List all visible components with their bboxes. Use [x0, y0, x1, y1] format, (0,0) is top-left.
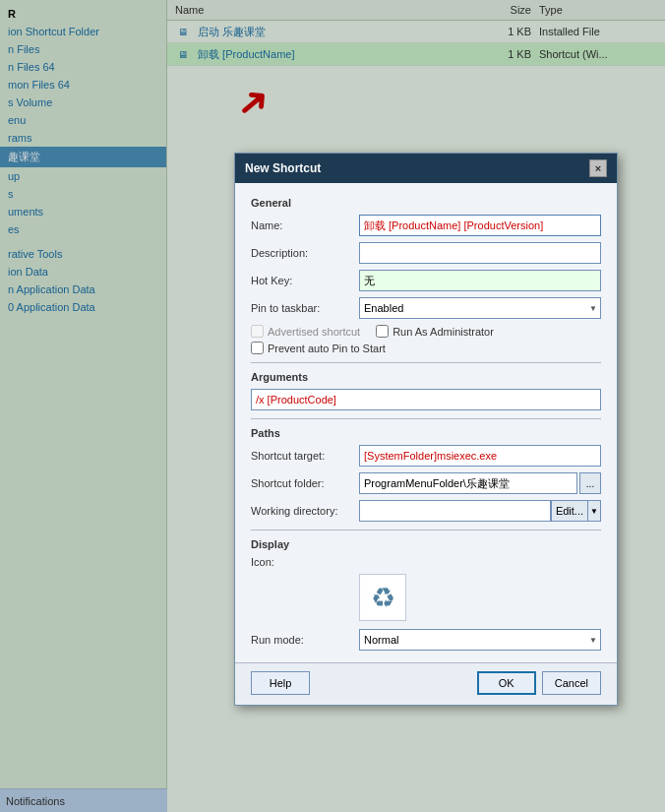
- target-input[interactable]: [359, 445, 601, 467]
- checkbox-row-1: Advertised shortcut Run As Administrator: [251, 325, 601, 338]
- dialog-title: New Shortcut: [245, 161, 321, 175]
- folder-browse-button[interactable]: ...: [579, 472, 601, 494]
- display-section-label: Display: [251, 538, 601, 550]
- icon-preview[interactable]: ♻: [359, 574, 406, 621]
- recycle-bin-icon: ♻: [371, 582, 395, 614]
- folder-label: Shortcut folder:: [251, 477, 359, 489]
- prevent-pin-checkbox-label: Prevent auto Pin to Start: [251, 342, 386, 354]
- ok-button[interactable]: OK: [477, 671, 536, 695]
- help-button[interactable]: Help: [251, 671, 310, 695]
- arguments-section-label: Arguments: [251, 371, 601, 383]
- advertised-shortcut-checkbox[interactable]: [251, 325, 264, 338]
- divider-2: [251, 418, 601, 419]
- name-label: Name:: [251, 219, 359, 231]
- general-section-label: General: [251, 197, 601, 209]
- name-row: Name:: [251, 215, 601, 236]
- ok-cancel-group: OK Cancel: [477, 671, 601, 695]
- divider-1: [251, 362, 601, 363]
- run-admin-checkbox[interactable]: [376, 325, 389, 338]
- run-mode-select[interactable]: Normal Minimized Maximized: [359, 629, 601, 651]
- run-admin-checkbox-label: Run As Administrator: [376, 325, 494, 338]
- dialog-titlebar: New Shortcut ×: [235, 154, 617, 183]
- run-mode-label: Run mode:: [251, 634, 359, 646]
- dialog-body: General Name: Description: Hot Key: Pin …: [235, 183, 617, 662]
- advertised-shortcut-checkbox-label: Advertised shortcut: [251, 325, 360, 338]
- run-mode-row: Run mode: Normal Minimized Maximized: [251, 629, 601, 651]
- name-input[interactable]: [359, 215, 601, 236]
- hotkey-row: Hot Key:: [251, 270, 601, 291]
- paths-section-label: Paths: [251, 427, 601, 439]
- icon-label: Icon:: [251, 556, 359, 568]
- folder-input[interactable]: [359, 472, 577, 494]
- description-row: Description:: [251, 242, 601, 264]
- dialog-footer: Help OK Cancel: [235, 662, 617, 705]
- target-label: Shortcut target:: [251, 450, 359, 462]
- run-mode-select-wrapper: Normal Minimized Maximized: [359, 629, 601, 651]
- new-shortcut-dialog: New Shortcut × General Name: Description…: [234, 153, 618, 706]
- pin-taskbar-select[interactable]: Enabled Disabled: [359, 297, 601, 319]
- hotkey-label: Hot Key:: [251, 275, 359, 286]
- prevent-pin-checkbox[interactable]: [251, 342, 264, 354]
- edit-button[interactable]: Edit...: [551, 500, 587, 522]
- edit-dropdown-arrow[interactable]: ▼: [587, 500, 601, 522]
- pin-taskbar-row: Pin to taskbar: Enabled Disabled: [251, 297, 601, 319]
- checkbox-row-2: Prevent auto Pin to Start: [251, 342, 601, 354]
- hotkey-input[interactable]: [359, 270, 601, 291]
- working-dir-input[interactable]: [359, 500, 551, 522]
- arguments-input[interactable]: [251, 389, 601, 410]
- edit-split-button: Edit... ▼: [551, 500, 601, 522]
- description-label: Description:: [251, 247, 359, 259]
- description-input[interactable]: [359, 242, 601, 264]
- shortcut-target-row: Shortcut target:: [251, 445, 601, 467]
- pin-taskbar-select-wrapper: Enabled Disabled: [359, 297, 601, 319]
- working-dir-row: Working directory: Edit... ▼: [251, 500, 601, 522]
- dialog-close-button[interactable]: ×: [589, 159, 607, 177]
- divider-3: [251, 530, 601, 531]
- shortcut-folder-row: Shortcut folder: ...: [251, 472, 601, 494]
- cancel-button[interactable]: Cancel: [542, 671, 601, 695]
- icon-row: Icon:: [251, 556, 601, 568]
- pin-taskbar-label: Pin to taskbar:: [251, 302, 359, 314]
- working-label: Working directory:: [251, 505, 359, 517]
- arguments-section: [251, 389, 601, 410]
